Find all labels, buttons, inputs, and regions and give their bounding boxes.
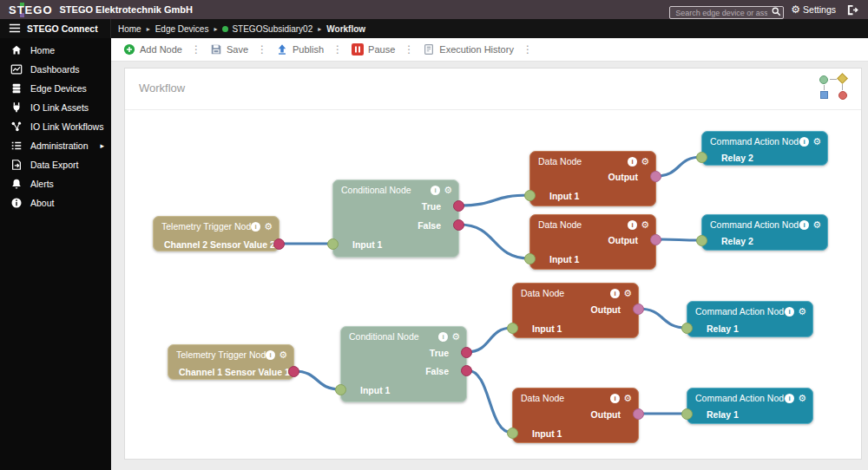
search-input[interactable]	[669, 6, 784, 19]
info-icon[interactable]: i	[785, 394, 794, 403]
breadcrumb-separator-icon: ▸	[214, 25, 217, 33]
sidebar-item-administration[interactable]: Administration▸	[0, 136, 111, 155]
input-port[interactable]	[335, 384, 346, 395]
info-icon[interactable]: i	[431, 186, 440, 195]
cog-icon[interactable]: ⚙	[623, 394, 632, 403]
history-icon	[423, 43, 435, 55]
output-port[interactable]	[650, 234, 661, 245]
cog-icon[interactable]: ⚙	[812, 137, 821, 147]
command-node-ca3[interactable]: Command Action Nodei⚙Relay 1	[687, 301, 813, 337]
input-port[interactable]	[681, 323, 693, 334]
cog-icon[interactable]: ⚙	[623, 289, 632, 298]
minimap[interactable]	[818, 74, 852, 101]
node-row-label: True	[333, 199, 458, 213]
output-port[interactable]	[461, 365, 472, 376]
output-port[interactable]	[633, 408, 644, 420]
input-port[interactable]	[507, 428, 518, 439]
kebab-menu-icon[interactable]: ⋮	[332, 43, 343, 55]
node-row-label: False	[341, 364, 466, 378]
info-icon[interactable]: i	[610, 289, 620, 298]
telemetry-node-t1[interactable]: Telemetry Trigger Nodei⚙Channel 2 Sensor…	[153, 216, 279, 251]
output-port[interactable]	[453, 219, 464, 231]
publish-icon	[276, 43, 288, 55]
kebab-menu-icon[interactable]: ⋮	[257, 43, 267, 55]
export-icon	[10, 159, 23, 171]
output-port[interactable]	[453, 200, 464, 212]
data-node-d4[interactable]: Data Nodei⚙OutputInput 1	[512, 388, 639, 443]
kebab-menu-icon[interactable]: ⋮	[404, 43, 414, 55]
conditional-node-c1[interactable]: Conditional Nodei⚙TrueFalseInput 1	[332, 180, 459, 258]
info-icon[interactable]: i	[251, 222, 260, 232]
node-row-label: Input 1	[513, 427, 638, 441]
toolbar-button-label: Execution History	[439, 44, 514, 55]
data-node-d2[interactable]: Data Nodei⚙OutputInput 1	[529, 214, 656, 270]
settings-label: Settings	[803, 4, 836, 15]
output-port[interactable]	[273, 238, 285, 250]
sidebar-item-label: Data Export	[30, 160, 78, 170]
search-icon[interactable]	[771, 4, 781, 15]
sidebar-item-alerts[interactable]: Alerts	[0, 174, 111, 193]
sidebar-item-io-link-assets[interactable]: IO Link Assets	[0, 98, 111, 117]
sidebar-item-data-export[interactable]: Data Export	[0, 155, 111, 174]
info-icon[interactable]: i	[799, 220, 809, 230]
data-node-d1[interactable]: Data Nodei⚙OutputInput 1	[529, 151, 656, 206]
breadcrumb-item-home[interactable]: Home	[118, 24, 141, 34]
save-button[interactable]: Save	[205, 43, 253, 55]
sidebar-item-io-link-workflows[interactable]: IO Link Workflows	[0, 117, 111, 136]
info-icon[interactable]: i	[266, 350, 275, 360]
minimap-conditional-shape	[837, 73, 848, 84]
input-port[interactable]	[524, 190, 536, 201]
output-port[interactable]	[461, 347, 472, 358]
info-icon[interactable]: i	[438, 332, 448, 342]
execution-history-button[interactable]: Execution History	[418, 43, 519, 55]
output-port[interactable]	[633, 304, 644, 315]
output-port[interactable]	[650, 171, 661, 182]
sidebar-item-edge-devices[interactable]: Edge Devices	[0, 79, 111, 98]
data-node-d3[interactable]: Data Nodei⚙OutputInput 1	[512, 283, 639, 338]
info-icon[interactable]: i	[628, 220, 637, 230]
command-node-ca4[interactable]: Command Action Nodei⚙Relay 1	[687, 388, 813, 424]
cog-icon[interactable]: ⚙	[264, 222, 273, 232]
cog-icon[interactable]: ⚙	[798, 394, 806, 403]
info-icon[interactable]: i	[799, 137, 809, 147]
settings-button[interactable]: ⚙ Settings	[791, 4, 836, 15]
pause-button[interactable]: Pause	[346, 43, 400, 55]
cog-icon[interactable]: ⚙	[641, 157, 649, 166]
kebab-menu-icon[interactable]: ⋮	[523, 43, 533, 55]
info-icon[interactable]: i	[610, 394, 620, 403]
info-icon[interactable]: i	[785, 307, 794, 317]
output-port[interactable]	[288, 366, 299, 377]
sidebar-header: STEGO Connect	[0, 19, 111, 38]
logout-icon[interactable]	[846, 4, 859, 16]
input-port[interactable]	[696, 235, 707, 246]
command-node-ca2[interactable]: Command Action Nodei⚙Relay 2	[701, 214, 828, 251]
input-port[interactable]	[696, 152, 707, 163]
kebab-menu-icon[interactable]: ⋮	[191, 43, 201, 55]
add-node-button[interactable]: Add Node	[118, 43, 187, 55]
sidebar-item-label: IO Link Workflows	[30, 121, 103, 132]
hamburger-icon[interactable]	[9, 21, 21, 36]
sidebar-item-about[interactable]: About	[0, 193, 111, 212]
cog-icon[interactable]: ⚙	[798, 307, 806, 317]
cog-icon[interactable]: ⚙	[444, 186, 452, 195]
cog-icon[interactable]: ⚙	[641, 220, 649, 230]
input-port[interactable]	[507, 323, 518, 334]
breadcrumb-item-edge-devices[interactable]: Edge Devices	[155, 24, 209, 34]
breadcrumb-separator-icon: ▸	[318, 25, 321, 33]
sidebar-item-home[interactable]: Home	[0, 41, 111, 60]
cog-icon[interactable]: ⚙	[812, 220, 821, 230]
command-node-ca1[interactable]: Command Action Nodei⚙Relay 2	[701, 131, 828, 166]
conditional-node-c2[interactable]: Conditional Nodei⚙TrueFalseInput 1	[340, 326, 467, 402]
sidebar-item-dashboards[interactable]: Dashboards	[0, 60, 111, 79]
cog-icon[interactable]: ⚙	[279, 350, 287, 360]
info-icon[interactable]: i	[628, 157, 637, 166]
input-port[interactable]	[327, 238, 339, 250]
breadcrumb: Home▸Edge Devices▸STEGOSubsidiary02▸Work…	[111, 19, 868, 38]
breadcrumb-item-stegosubsidiary02[interactable]: STEGOSubsidiary02	[222, 24, 312, 34]
input-port[interactable]	[681, 408, 693, 420]
breadcrumb-item-workflow[interactable]: Workflow	[326, 24, 365, 34]
cog-icon[interactable]: ⚙	[451, 332, 460, 342]
publish-button[interactable]: Publish	[271, 43, 329, 55]
telemetry-node-t2[interactable]: Telemetry Trigger Nodei⚙Channel 1 Sensor…	[168, 344, 294, 380]
input-port[interactable]	[524, 253, 536, 264]
